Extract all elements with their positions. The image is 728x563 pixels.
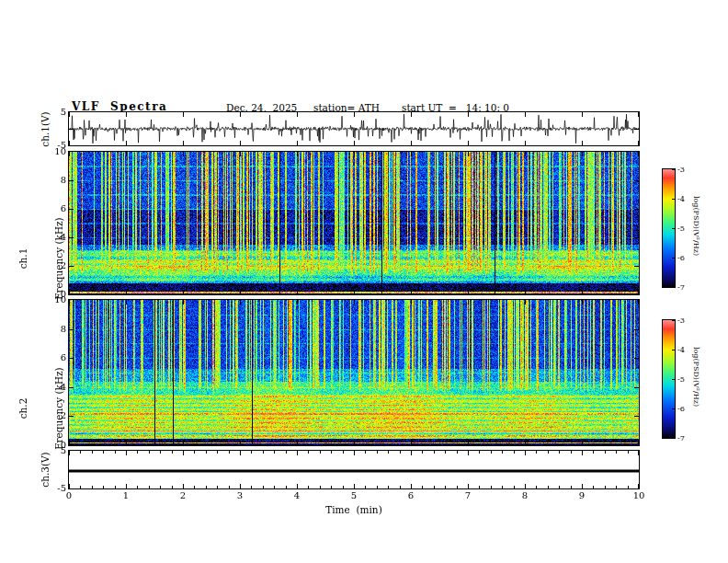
ch2-spectrogram-canvas: [69, 300, 639, 445]
x-tick-label: 7: [459, 490, 477, 500]
y-tick-label: 10: [50, 146, 66, 156]
x-tick-label: 8: [516, 490, 534, 500]
y-tick-label: 6: [50, 203, 66, 213]
colorbar-tick-label: -7: [677, 283, 692, 292]
colorbar-tick-label: -3: [677, 316, 692, 325]
colorbar-tick-label: -4: [677, 195, 692, 203]
ch2-frequency-axis-label-line1: ch.2: [17, 353, 29, 464]
ch1-waveform-canvas: [69, 112, 639, 145]
x-tick-label: 2: [174, 490, 192, 500]
colorbar-tick-label: -7: [677, 434, 692, 442]
colorbar-tick-label: -4: [677, 346, 692, 354]
ch3-waveform-panel: [68, 450, 640, 489]
y-tick-label: 10: [50, 294, 66, 304]
y-tick-label: 4: [50, 232, 66, 242]
colorbar-tick-label: -6: [677, 405, 692, 413]
x-tick-label: 10: [630, 490, 648, 500]
y-tick-label: 4: [50, 382, 66, 392]
colorbar-tick-label: -5: [677, 375, 692, 384]
colorbar-ch1-canvas: [663, 169, 675, 287]
ch1-frequency-axis-label-line1: ch.1: [17, 203, 29, 314]
ch1-spectrogram-panel: [68, 151, 640, 295]
x-tick-label: 9: [573, 490, 591, 500]
x-tick-label: 4: [288, 490, 306, 500]
ch2-spectrogram-panel: [68, 299, 640, 446]
x-tick-label: 1: [117, 490, 135, 500]
x-tick-label: 6: [402, 490, 420, 500]
colorbar-ch1: [662, 168, 676, 288]
y-tick-label: 8: [50, 175, 66, 185]
colorbar-ch2-label: log(PSD)(V²/Hz): [692, 324, 700, 431]
colorbar-tick-label: -6: [677, 254, 692, 262]
ch1-frequency-axis-label: ch.1 Frequency (kHz): [0, 203, 89, 314]
y-tick-label: 2: [50, 410, 66, 420]
ch1-waveform-panel: [68, 111, 640, 146]
colorbar-ch2-canvas: [663, 320, 675, 438]
colorbar-tick-label: -3: [677, 166, 692, 174]
y-tick-label: 5: [50, 107, 66, 117]
colorbar-ch2: [662, 319, 676, 439]
y-tick-label: 5: [50, 445, 66, 455]
ch1-spectrogram-canvas: [69, 152, 639, 294]
y-tick-label: 8: [50, 324, 66, 334]
vlf-spectra-figure: VLF Spectra Dec. 24, 2025 station= ATH s…: [0, 0, 728, 563]
colorbar-tick-label: -5: [677, 224, 692, 233]
ch3-waveform-canvas: [69, 451, 639, 488]
x-tick-label: 5: [345, 490, 363, 500]
colorbar-ch1-label: log(PSD)(V²/Hz): [692, 173, 700, 280]
x-axis-label: Time (min): [69, 504, 639, 515]
x-tick-label: 0: [60, 490, 78, 500]
x-tick-label: 3: [231, 490, 249, 500]
y-tick-label: 6: [50, 352, 66, 362]
y-tick-label: 2: [50, 260, 66, 270]
